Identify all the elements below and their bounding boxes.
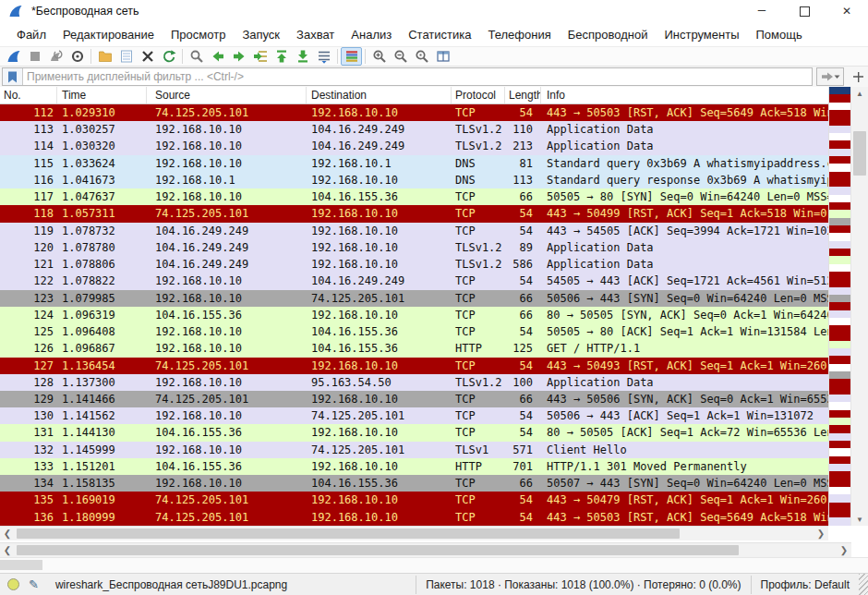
table-row[interactable]: 1301.141562192.168.10.1074.125.205.101TC… [0,407,828,424]
menu-item-2[interactable]: Редактирование [54,24,163,45]
table-row[interactable]: 1211.078806104.16.249.249192.168.10.10TL… [0,256,828,273]
close-icon[interactable] [826,0,868,22]
horizontal-scrollbar-detail[interactable]: ❮ ❯ [0,542,851,557]
column-header-no[interactable]: No. [0,87,57,103]
cell-info: 443 → 50479 [RST, ACK] Seq=1 Ack=1 Win=2… [541,492,828,508]
table-row[interactable]: 1241.096319104.16.155.36192.168.10.10TCP… [0,307,828,323]
table-row[interactable]: 1201.078780104.16.249.249192.168.10.10TL… [0,239,828,256]
go-top-icon[interactable] [271,47,292,66]
resize-grip[interactable] [859,574,868,595]
table-row[interactable]: 1151.033624192.168.10.10192.168.10.1DNS8… [0,155,828,172]
table-row[interactable]: 1171.047637192.168.10.10104.16.155.36TCP… [0,188,828,205]
scroll-down-icon[interactable]: ▼ [851,513,868,526]
table-row[interactable]: 1231.079985192.168.10.1074.125.205.101TC… [0,290,828,307]
add-filter-button[interactable] [850,67,866,86]
display-filter-input[interactable] [23,68,812,85]
vertical-scrollbar[interactable]: ▲ ▼ [850,87,868,526]
restart-capture-icon[interactable] [45,47,66,66]
column-header-source[interactable]: Source [147,87,307,103]
column-header-destination[interactable]: Destination [307,87,452,103]
menu-item-1[interactable]: Файл [8,24,54,45]
hscroll-track-2[interactable] [15,543,837,557]
table-row[interactable]: 1141.030320192.168.10.10104.16.249.249TL… [0,138,828,154]
cell-info: 54505 → 443 [ACK] Seq=1721 Ack=4561 Win=… [541,273,828,289]
scroll-left-icon-2[interactable]: ❮ [0,543,15,558]
hscroll-track-1[interactable] [15,527,814,540]
reload-file-icon[interactable] [158,47,179,66]
menu-item-5[interactable]: Захват [288,24,343,45]
table-row[interactable]: 1191.078732104.16.249.249192.168.10.10TC… [0,223,828,239]
expert-info-icon[interactable] [7,578,19,590]
filter-bookmark-icon[interactable] [3,68,23,85]
cell-time: 1.096867 [57,340,147,357]
cell-no: 125 [0,323,57,340]
table-row[interactable]: 1291.14146674.125.205.101192.168.10.10TC… [0,391,828,407]
table-row[interactable]: 1131.030257192.168.10.10104.16.249.249TL… [0,121,828,138]
column-header-protocol[interactable]: Protocol [452,87,505,103]
table-row[interactable]: 1331.151201104.16.155.36192.168.10.10HTT… [0,458,828,475]
table-row[interactable]: 1281.137300192.168.10.1095.163.54.50TLSv… [0,374,828,391]
horizontal-scrollbar-list[interactable]: ❮ ❯ [0,526,828,540]
table-row[interactable]: 1181.05731174.125.205.101192.168.10.10TC… [0,205,828,222]
capture-comment-icon[interactable]: ✎ [29,577,39,591]
scroll-right-icon-2[interactable]: ❯ [837,543,851,558]
maximize-icon[interactable] [783,0,826,22]
table-row[interactable]: 1321.145999192.168.10.1074.125.205.101TL… [0,442,828,458]
table-row[interactable]: 1271.13645474.125.205.101192.168.10.10TC… [0,358,828,374]
table-row[interactable]: 1361.18099974.125.205.101192.168.10.10TC… [0,509,828,526]
stop-capture-icon[interactable] [24,47,45,66]
profile-selector[interactable]: Профиль: Default [751,576,860,594]
go-back-icon[interactable] [207,47,228,66]
save-file-icon[interactable] [115,47,137,66]
cell-no: 117 [0,188,57,205]
start-capture-icon[interactable] [3,47,24,66]
table-row[interactable]: 1121.02931074.125.205.101192.168.10.10TC… [0,104,828,121]
close-file-icon[interactable] [137,47,158,66]
column-header-info[interactable]: Info [541,87,828,103]
open-file-icon[interactable] [94,47,115,66]
go-forward-icon[interactable] [228,47,249,66]
cell-dst: 192.168.10.10 [307,358,452,374]
auto-scroll-icon[interactable] [313,47,334,66]
vertical-scroll-thumb[interactable] [853,131,866,176]
menu-item-11[interactable]: Помощь [748,24,811,45]
menu-item-4[interactable]: Запуск [234,24,288,45]
minimize-icon[interactable] [741,0,783,22]
packet-minimap-scrollbar[interactable] [828,87,850,526]
apply-filter-dropdown-icon[interactable] [834,75,840,79]
column-header-length[interactable]: Length [505,87,541,103]
colorize-icon[interactable] [341,47,362,66]
cell-info: 50506 → 443 [SYN] Seq=0 Win=64240 Len=0 … [541,290,828,307]
menu-item-10[interactable]: Инструменты [656,24,747,45]
table-row[interactable]: 1261.096867192.168.10.10104.16.155.36HTT… [0,340,828,357]
vertical-scroll-track[interactable] [851,100,868,513]
scroll-left-icon[interactable]: ❮ [0,527,15,541]
menu-item-9[interactable]: Беспроводной [560,24,657,45]
scroll-right-icon[interactable]: ❯ [814,527,828,541]
resize-columns-icon[interactable] [432,47,453,66]
menu-item-6[interactable]: Анализ [343,24,400,45]
find-packet-icon[interactable] [186,47,207,66]
go-bottom-icon[interactable] [292,47,313,66]
zoom-out-icon[interactable] [390,47,411,66]
go-to-packet-icon[interactable] [249,47,271,66]
table-row[interactable]: 1161.041673192.168.10.1192.168.10.10DNS1… [0,172,828,188]
menu-item-7[interactable]: Статистика [400,24,479,45]
zoom-in-icon[interactable] [368,47,390,66]
menu-item-8[interactable]: Телефония [479,24,559,45]
capture-options-icon[interactable] [66,47,88,66]
column-header-time[interactable]: Time [57,87,147,103]
table-row[interactable]: 1251.096408192.168.10.10104.16.155.36TCP… [0,323,828,340]
table-row[interactable]: 1311.144130104.16.155.36192.168.10.10TCP… [0,424,828,441]
minimap-band [829,395,850,402]
table-row[interactable]: 1341.158135192.168.10.10104.16.155.36TCP… [0,475,828,492]
menu-item-3[interactable]: Просмотр [163,24,234,45]
apply-filter-button[interactable] [816,67,844,86]
cell-proto: TLSv1.2 [452,138,505,154]
table-row[interactable]: 1221.078822192.168.10.10104.16.249.249TC… [0,273,828,289]
zoom-original-icon[interactable] [411,47,432,66]
scroll-up-icon[interactable]: ▲ [851,87,868,100]
hscroll-thumb-1[interactable] [17,528,680,539]
hscroll-thumb-2[interactable] [17,545,739,555]
table-row[interactable]: 1351.16901974.125.205.101192.168.10.10TC… [0,492,828,508]
